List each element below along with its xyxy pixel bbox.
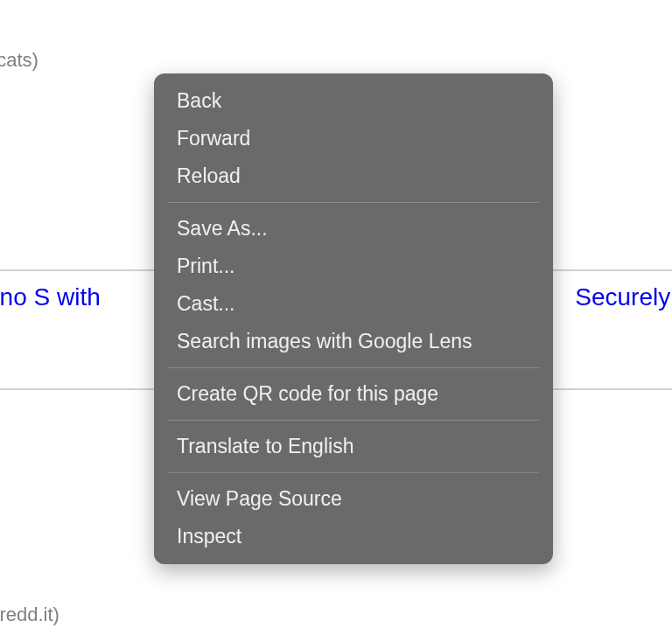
page-link-left-fragment[interactable]: ano S with (0, 283, 101, 311)
page-link-right-fragment[interactable]: Securely s (575, 283, 672, 311)
menu-separator (168, 202, 539, 203)
menu-save-as[interactable]: Save As... (154, 210, 553, 248)
menu-inspect[interactable]: Inspect (154, 518, 553, 555)
menu-forward[interactable]: Forward (154, 120, 553, 157)
menu-search-google-lens[interactable]: Search images with Google Lens (154, 323, 553, 360)
menu-separator (168, 367, 539, 368)
menu-separator (168, 472, 539, 473)
menu-separator (168, 420, 539, 421)
menu-view-source[interactable]: View Page Source (154, 480, 553, 518)
menu-translate[interactable]: Translate to English (154, 428, 553, 465)
menu-create-qr[interactable]: Create QR code for this page (154, 375, 553, 413)
page-text-fragment-bottom: v.redd.it) (0, 604, 60, 626)
menu-cast[interactable]: Cast... (154, 285, 553, 323)
page-text-fragment-top: f.cats) (0, 49, 38, 72)
menu-back[interactable]: Back (154, 82, 553, 120)
menu-print[interactable]: Print... (154, 248, 553, 285)
context-menu: Back Forward Reload Save As... Print... … (154, 73, 553, 564)
menu-reload[interactable]: Reload (154, 157, 553, 195)
